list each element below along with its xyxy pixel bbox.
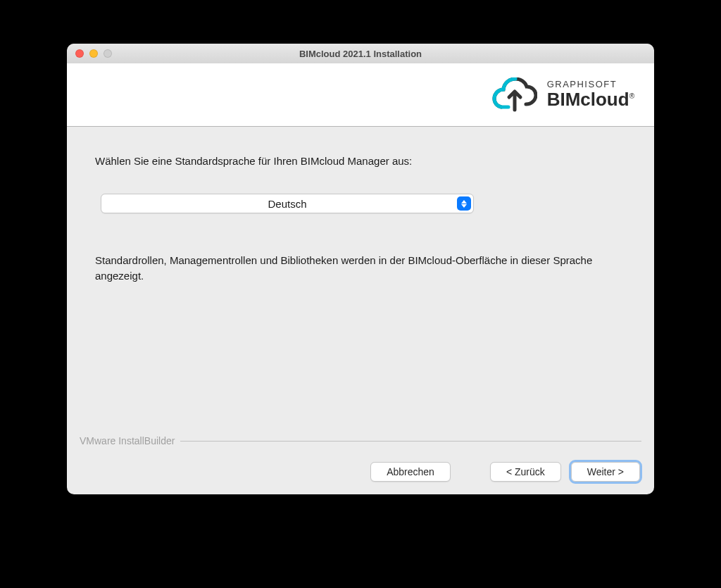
maximize-icon — [104, 49, 112, 58]
language-select[interactable]: Deutsch — [101, 194, 474, 213]
minimize-icon[interactable] — [89, 49, 98, 58]
divider-line — [180, 441, 641, 442]
cancel-button[interactable]: Abbrechen — [370, 462, 451, 482]
builder-label: VMware InstallBuilder — [80, 435, 175, 446]
header-banner: GRAPHISOFT BIMcloud® — [67, 63, 654, 127]
back-button[interactable]: < Zurück — [490, 462, 561, 482]
description-text: Standardrollen, Managementrollen und Bib… — [95, 253, 626, 284]
window-title: BIMcloud 2021.1 Installation — [67, 49, 654, 59]
brand-text: GRAPHISOFT BIMcloud® — [547, 80, 634, 110]
brand-product: BIMcloud® — [547, 89, 634, 110]
footer: VMware InstallBuilder Abbrechen < Zurück… — [67, 435, 654, 494]
brand-company: GRAPHISOFT — [547, 80, 634, 89]
button-spacer — [460, 462, 480, 482]
titlebar: BIMcloud 2021.1 Installation — [67, 44, 654, 63]
close-icon[interactable] — [75, 49, 84, 58]
builder-divider: VMware InstallBuilder — [80, 435, 641, 446]
traffic-lights — [67, 49, 112, 58]
brand-logo: GRAPHISOFT BIMcloud® — [492, 77, 634, 113]
installer-window: BIMcloud 2021.1 Installation GRAPHISOFT … — [67, 44, 654, 494]
language-select-value: Deutsch — [268, 198, 306, 210]
instruction-text: Wählen Sie eine Standardsprache für Ihre… — [95, 155, 626, 167]
chevron-up-down-icon — [457, 196, 471, 211]
next-button[interactable]: Weiter > — [571, 462, 640, 482]
button-row: Abbrechen < Zurück Weiter > — [80, 462, 641, 482]
cloud-icon — [492, 77, 537, 113]
content-area: Wählen Sie eine Standardsprache für Ihre… — [67, 127, 654, 435]
